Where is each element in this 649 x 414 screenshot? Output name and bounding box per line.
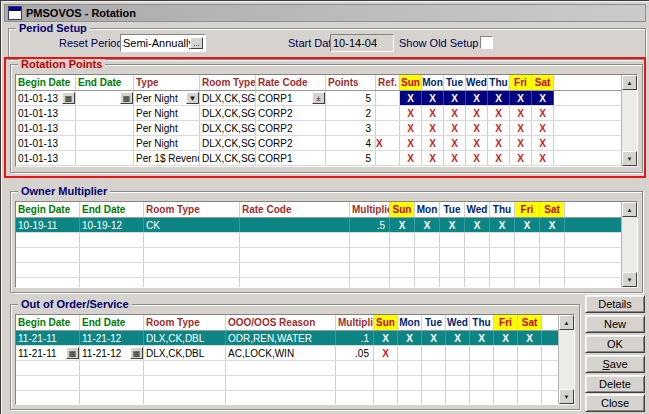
end-cell[interactable]: 10-19-12 bbox=[80, 218, 144, 232]
begin-cell[interactable] bbox=[16, 278, 80, 287]
room-cell[interactable] bbox=[144, 361, 226, 375]
day-cell[interactable] bbox=[440, 248, 465, 262]
day-cell[interactable] bbox=[490, 263, 515, 277]
end-cell[interactable] bbox=[76, 151, 134, 165]
day-cell[interactable] bbox=[490, 248, 515, 262]
table-row[interactable]: 11-21-1111-21-12DLX,CK,DBLODR,REN,WATER.… bbox=[16, 331, 558, 346]
day-cell[interactable]: X bbox=[466, 136, 488, 150]
day-cell[interactable]: X bbox=[400, 91, 422, 105]
end-cell[interactable] bbox=[80, 361, 144, 375]
day-cell[interactable] bbox=[540, 248, 565, 262]
type-cell[interactable]: Per Night▼ bbox=[134, 91, 200, 105]
day-cell[interactable] bbox=[465, 278, 490, 287]
day-cell[interactable] bbox=[540, 233, 565, 247]
day-cell[interactable] bbox=[470, 361, 494, 375]
table-row[interactable]: 01-01-13Per NightDLX,CK,SGK,KCORP24XXXXX… bbox=[16, 136, 621, 151]
day-cell[interactable]: X bbox=[532, 106, 554, 120]
rate-cell[interactable] bbox=[240, 278, 350, 287]
ref-cell[interactable] bbox=[376, 91, 400, 105]
end-cell[interactable] bbox=[76, 136, 134, 150]
scroll-down-icon[interactable]: ▼ bbox=[622, 151, 637, 166]
points-cell[interactable]: 4 bbox=[326, 136, 376, 150]
scroll-up-icon[interactable]: ▲ bbox=[622, 202, 637, 217]
day-cell[interactable] bbox=[440, 278, 465, 287]
table-row[interactable] bbox=[16, 361, 558, 376]
day-cell[interactable] bbox=[494, 346, 518, 360]
type-cell[interactable]: Per 1$ Revenu bbox=[134, 151, 200, 165]
day-cell[interactable]: X bbox=[446, 331, 470, 345]
room-cell[interactable] bbox=[144, 376, 226, 390]
day-cell[interactable] bbox=[415, 233, 440, 247]
rate-cell[interactable] bbox=[240, 248, 350, 262]
rate-cell[interactable] bbox=[240, 233, 350, 247]
day-cell[interactable] bbox=[398, 391, 422, 404]
table-row[interactable]: 01-01-13▦▦Per Night▼DLX,CK,SGICORP1±5XXX… bbox=[16, 91, 621, 106]
begin-cell[interactable] bbox=[16, 376, 80, 390]
ooo-scrollbar[interactable]: ▲ ▼ bbox=[558, 315, 574, 404]
day-cell[interactable]: X bbox=[465, 218, 490, 232]
day-cell[interactable]: X bbox=[488, 121, 510, 135]
reset-period-field[interactable]: Semi-Annually ... bbox=[120, 34, 206, 52]
day-cell[interactable]: X bbox=[510, 136, 532, 150]
table-row[interactable]: 11-21-11▦11-21-12▦DLX,CK,DBLAC,LOCK,WIN.… bbox=[16, 346, 558, 361]
day-cell[interactable] bbox=[470, 346, 494, 360]
day-cell[interactable]: X bbox=[422, 136, 444, 150]
day-cell[interactable]: X bbox=[422, 121, 444, 135]
day-cell[interactable]: X bbox=[444, 106, 466, 120]
day-cell[interactable]: X bbox=[488, 151, 510, 165]
day-cell[interactable]: X bbox=[510, 106, 532, 120]
reason-cell[interactable] bbox=[226, 376, 336, 390]
day-cell[interactable]: X bbox=[515, 218, 540, 232]
ok-button[interactable]: OK bbox=[585, 335, 645, 353]
room-cell[interactable]: CK bbox=[144, 218, 240, 232]
day-cell[interactable]: X bbox=[400, 136, 422, 150]
dropdown-button[interactable]: ▼ bbox=[186, 92, 199, 104]
day-cell[interactable]: X bbox=[510, 121, 532, 135]
day-cell[interactable] bbox=[465, 248, 490, 262]
day-cell[interactable] bbox=[540, 278, 565, 287]
points-cell[interactable]: 5 bbox=[326, 91, 376, 105]
scroll-down-icon[interactable]: ▼ bbox=[559, 389, 574, 404]
end-cell[interactable]: 11-21-12 bbox=[80, 331, 144, 345]
day-cell[interactable]: X bbox=[490, 218, 515, 232]
day-cell[interactable] bbox=[540, 263, 565, 277]
end-cell[interactable] bbox=[80, 376, 144, 390]
day-cell[interactable] bbox=[515, 263, 540, 277]
begin-cell[interactable]: 01-01-13 bbox=[16, 151, 76, 165]
mult-cell[interactable]: .1 bbox=[336, 331, 374, 345]
spin-button[interactable]: ± bbox=[312, 92, 325, 104]
end-cell[interactable] bbox=[76, 121, 134, 135]
room-cell[interactable]: DLX,CK,SGK,K bbox=[200, 106, 256, 120]
begin-cell[interactable]: 01-01-13 bbox=[16, 106, 76, 120]
day-cell[interactable]: X bbox=[466, 106, 488, 120]
day-cell[interactable]: X bbox=[532, 91, 554, 105]
day-cell[interactable]: X bbox=[494, 331, 518, 345]
end-cell[interactable] bbox=[80, 248, 144, 262]
end-cell[interactable]: ▦ bbox=[76, 91, 134, 105]
begin-cell[interactable]: 11-21-11 bbox=[16, 331, 80, 345]
mult-cell[interactable] bbox=[336, 361, 374, 375]
ref-cell[interactable] bbox=[376, 106, 400, 120]
start-date-field[interactable]: 10-14-04 bbox=[330, 34, 394, 52]
day-cell[interactable]: X bbox=[422, 91, 444, 105]
end-cell[interactable]: 11-21-12▦ bbox=[80, 346, 144, 360]
day-cell[interactable] bbox=[465, 263, 490, 277]
day-cell[interactable]: X bbox=[540, 218, 565, 232]
room-cell[interactable]: DLX,CK,SGK,K bbox=[200, 151, 256, 165]
points-cell[interactable]: 2 bbox=[326, 106, 376, 120]
day-cell[interactable]: X bbox=[488, 136, 510, 150]
reason-cell[interactable]: AC,LOCK,WIN bbox=[226, 346, 336, 360]
mult-cell[interactable] bbox=[350, 248, 390, 262]
day-cell[interactable] bbox=[390, 248, 415, 262]
rate-cell[interactable]: CORP2 bbox=[256, 121, 326, 135]
reason-cell[interactable] bbox=[226, 391, 336, 404]
day-cell[interactable] bbox=[374, 376, 398, 390]
begin-cell[interactable]: 01-01-13 bbox=[16, 136, 76, 150]
day-cell[interactable]: X bbox=[400, 106, 422, 120]
type-cell[interactable]: Per Night bbox=[134, 136, 200, 150]
points-cell[interactable]: 5 bbox=[326, 151, 376, 165]
mult-cell[interactable] bbox=[336, 391, 374, 404]
rate-cell[interactable]: CORP1 bbox=[256, 151, 326, 165]
room-cell[interactable] bbox=[144, 391, 226, 404]
day-cell[interactable] bbox=[470, 376, 494, 390]
